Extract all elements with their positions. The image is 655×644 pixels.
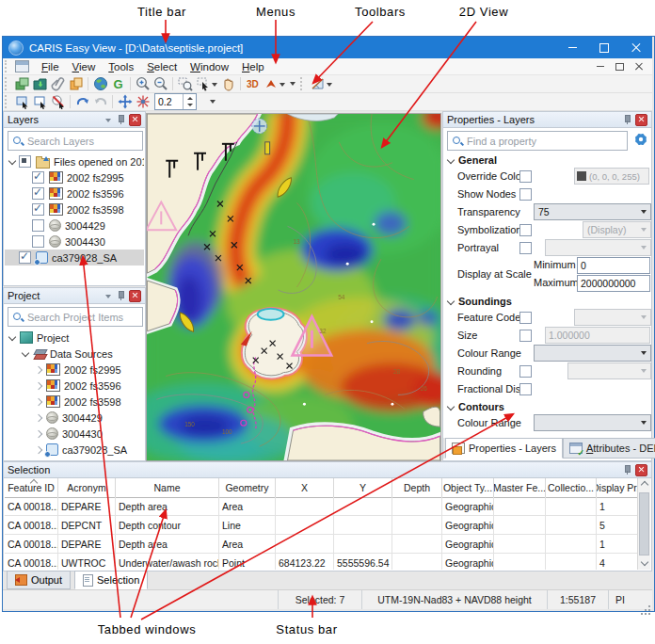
- layers-item[interactable]: 2002 fs3596: [5, 185, 144, 201]
- toolbar-grip[interactable]: [300, 77, 306, 90]
- 3d-view-button[interactable]: 3D: [245, 76, 261, 92]
- status-scale[interactable]: 1:55187: [547, 590, 608, 609]
- clear-selection-button[interactable]: [50, 94, 66, 110]
- scroll-down-button[interactable]: [638, 556, 650, 570]
- portrayal-checkbox[interactable]: [519, 242, 532, 254]
- child-restore-icon[interactable]: [615, 63, 624, 71]
- select-tool-dropdown-icon[interactable]: [212, 83, 217, 89]
- measure-tool-button[interactable]: [310, 76, 326, 92]
- menu-view[interactable]: View: [66, 61, 103, 72]
- column-header[interactable]: Object Ty...: [442, 478, 494, 497]
- visibility-checkbox[interactable]: [32, 187, 44, 200]
- feature-code-dropdown[interactable]: [574, 309, 651, 326]
- visibility-checkbox[interactable]: [32, 171, 44, 184]
- selection-panel-header[interactable]: Selection: [4, 462, 651, 478]
- project-panel-header[interactable]: Project: [4, 288, 145, 304]
- toolbar-overflow-button[interactable]: [290, 80, 296, 89]
- scale-maximum-input[interactable]: 2000000000: [577, 275, 650, 292]
- expander-icon[interactable]: [33, 367, 44, 373]
- transparency-dropdown[interactable]: 75: [534, 203, 651, 220]
- rounding-checkbox[interactable]: [519, 365, 532, 378]
- expander-icon[interactable]: [33, 415, 44, 421]
- expander-icon[interactable]: [33, 399, 44, 405]
- toolbar-overflow-button[interactable]: [210, 98, 216, 106]
- next-view-button[interactable]: [92, 94, 108, 110]
- visibility-checkbox[interactable]: [32, 203, 44, 216]
- select-by-rectangle-button[interactable]: [14, 94, 30, 110]
- project-item[interactable]: 2002 fs3596: [5, 378, 144, 394]
- spin-up-icon[interactable]: [187, 94, 193, 100]
- panel-close-icon[interactable]: [635, 464, 647, 476]
- panel-close-icon[interactable]: [635, 114, 647, 126]
- title-bar[interactable]: CARIS Easy View - [D:\Data\septisle.proj…: [3, 37, 652, 58]
- panel-menu-icon[interactable]: [105, 119, 111, 125]
- size-checkbox[interactable]: [519, 330, 532, 342]
- visibility-checkbox[interactable]: [32, 219, 44, 232]
- previous-view-button[interactable]: [74, 94, 90, 110]
- selection-row[interactable]: CA 00018...UWTROCUnderwater/awash rockPo…: [5, 554, 638, 570]
- column-header[interactable]: Name: [116, 478, 219, 497]
- collapse-icon[interactable]: [447, 402, 455, 410]
- project-item[interactable]: Project: [5, 330, 144, 346]
- project-item[interactable]: 3004430: [5, 426, 144, 442]
- scroll-up-button[interactable]: [638, 478, 650, 491]
- project-item[interactable]: ca379028_SA: [5, 442, 144, 458]
- column-header[interactable]: Geometry: [219, 478, 276, 497]
- tolerance-spinner[interactable]: [183, 94, 196, 109]
- 2d-view-map[interactable]: 54 32 28 26 150 100 13: [147, 114, 440, 460]
- layers-search-input[interactable]: Search Layers: [8, 131, 143, 151]
- collapse-icon[interactable]: [447, 155, 455, 163]
- tab-properties-layers[interactable]: Properties - Layers: [445, 438, 563, 459]
- toolbar-grip[interactable]: [5, 77, 10, 90]
- visibility-checkbox[interactable]: [19, 155, 31, 168]
- pin-icon[interactable]: [116, 115, 124, 124]
- tab-attributes-depcnt[interactable]: Attributes - DEPCNT: [563, 438, 655, 459]
- pin-icon[interactable]: [622, 115, 631, 124]
- menu-tools[interactable]: Tools: [102, 61, 140, 72]
- globe-button[interactable]: [92, 76, 108, 92]
- expander-icon[interactable]: [7, 336, 18, 340]
- section-soundings[interactable]: Soundings: [444, 293, 650, 309]
- pan-tool-button[interactable]: [220, 76, 236, 92]
- layers-panel-header[interactable]: Layers: [4, 112, 145, 128]
- section-general[interactable]: General: [444, 152, 650, 168]
- expander-icon[interactable]: [33, 431, 44, 437]
- menu-window[interactable]: Window: [184, 61, 235, 72]
- status-coordinate-system[interactable]: UTM-19N-Nad83 + NAVD88 height: [361, 590, 547, 609]
- project-item[interactable]: 3004429: [5, 410, 144, 426]
- feature-code-checkbox[interactable]: [519, 312, 532, 324]
- panel-menu-icon[interactable]: [105, 295, 111, 301]
- column-header[interactable]: Display Pr...: [597, 478, 641, 497]
- child-close-icon[interactable]: [635, 63, 643, 71]
- portrayal-dropdown[interactable]: [545, 239, 651, 256]
- layers-item[interactable]: 2002 fs2995: [5, 169, 144, 185]
- zoom-in-button[interactable]: [135, 76, 151, 92]
- symbolization-dropdown[interactable]: (Display): [583, 221, 651, 238]
- panel-close-icon[interactable]: [129, 290, 141, 302]
- project-item[interactable]: 2002 fs2995: [5, 362, 144, 378]
- size-input[interactable]: 1.000000: [545, 327, 650, 344]
- selection-row[interactable]: CA 00018...DEPAREDepth areaAreaGeographi…: [5, 535, 638, 554]
- google-earth-button[interactable]: G: [110, 76, 126, 92]
- layers-item[interactable]: ca379028_SA: [5, 250, 144, 266]
- layers-item[interactable]: 2002 fs3598: [5, 201, 144, 217]
- document-icon[interactable]: [15, 60, 29, 72]
- open-layers-button[interactable]: [14, 76, 30, 92]
- menu-file[interactable]: File: [35, 61, 66, 72]
- section-contours[interactable]: Contours: [444, 398, 650, 414]
- scrollbar-thumb[interactable]: [639, 492, 649, 555]
- menu-help[interactable]: Help: [235, 61, 271, 72]
- measure-dropdown-icon[interactable]: [327, 83, 332, 89]
- visibility-checkbox[interactable]: [19, 251, 31, 264]
- layers-item[interactable]: Files opened on 201...: [5, 153, 144, 169]
- project-item[interactable]: 2002 fs3598: [5, 394, 144, 410]
- properties-panel-header[interactable]: Properties - Layers: [443, 112, 651, 128]
- zoom-out-button[interactable]: [152, 76, 168, 92]
- visibility-checkbox[interactable]: [32, 235, 44, 248]
- menu-select[interactable]: Select: [140, 61, 184, 72]
- copy-button[interactable]: [68, 76, 84, 92]
- north-arrow-button[interactable]: [263, 76, 279, 92]
- resize-grip[interactable]: [643, 590, 652, 609]
- tolerance-input[interactable]: 0.2: [154, 93, 197, 110]
- open-file-button[interactable]: [32, 76, 48, 92]
